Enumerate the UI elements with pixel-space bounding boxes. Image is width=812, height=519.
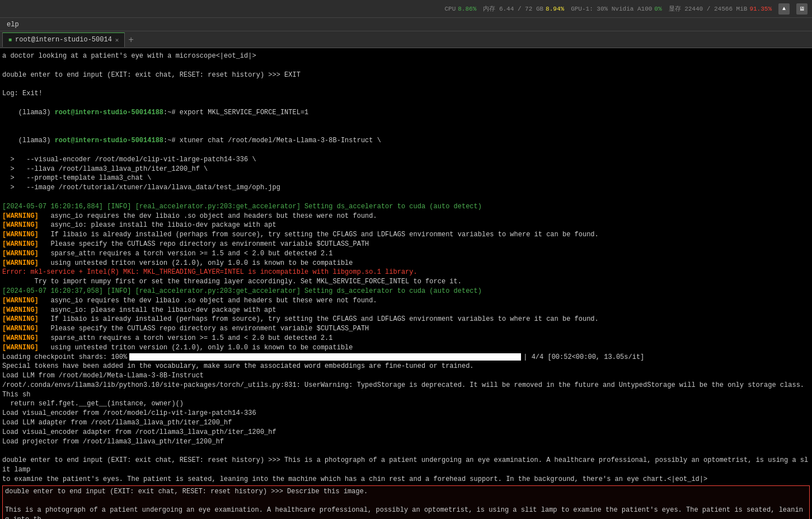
terminal-line-exit: double enter to end input (EXIT: exit ch… <box>2 71 810 80</box>
terminal-warn12: [WARNING] using untested triton version … <box>2 343 810 353</box>
tab-bar: ■ root@intern-studio-50014 ✕ + <box>0 31 812 48</box>
terminal-special-tokens: Special tokens have been added in the vo… <box>2 362 810 371</box>
status-group: CPU 8.86% 内存 6.44 / 72 GB 8.94% GPU-1: 3… <box>444 3 808 15</box>
vram-label: 显存 22440 / 24566 MiB <box>669 4 748 13</box>
terminal-load-visual-adapter: Load visual_encoder adapter from /root/l… <box>2 428 810 437</box>
mem-label: 内存 6.44 / 72 GB <box>483 4 543 13</box>
terminal-response1b: to examine the patient's eyes. The patie… <box>2 475 810 484</box>
tab-label: root@intern-studio-50014 <box>15 36 112 44</box>
vram-status: 显存 22440 / 24566 MiB 91.35% <box>669 4 772 13</box>
terminal-error1: Error: mkl-service + Intel(R) MKL: MKL_T… <box>2 268 810 277</box>
cpu-status: CPU 8.86% <box>444 6 476 12</box>
tab-add-button[interactable]: + <box>125 34 137 46</box>
menu-bar: elp <box>0 18 812 31</box>
terminal-line-log: Log: Exit! <box>2 89 810 99</box>
terminal-line-arg1: > --visual-encoder /root/model/clip-vit-… <box>2 155 810 165</box>
cpu-value: 8.86% <box>458 6 476 12</box>
terminal-line-arg3: > --prompt-template llama3_chat \ <box>2 174 810 183</box>
terminal-torch-warning: /root/.conda/envs/llama3/lib/python3.10/… <box>2 381 810 400</box>
terminal-line-arg2: > --llava /root/llama3_llava_pth/iter_12… <box>2 165 810 174</box>
gpu-status: GPU-1: 30% Nvidia A100 0% <box>571 6 661 12</box>
terminal-warn10: [WARNING] Please specify the CUTLASS rep… <box>2 324 810 334</box>
cpu-label: CPU <box>444 6 456 12</box>
vram-value: 91.35% <box>749 6 772 12</box>
terminal-load-projector: Load projector from /root/llama3_llava_p… <box>2 437 810 447</box>
terminal-area[interactable]: a doctor looking at a patient's eye with… <box>0 48 812 519</box>
terminal-load-visual: Load visual_encoder from /root/model/cli… <box>2 409 810 418</box>
menu-help[interactable]: elp <box>2 20 24 30</box>
terminal-warn6: [WARNING] using untested triton version … <box>2 259 810 268</box>
terminal-line-arg4: > --image /root/tutorial/xtuner/llava/ll… <box>2 183 810 193</box>
terminal-warn8: [WARNING] async_io: please install the l… <box>2 306 810 315</box>
terminal-load-adapter: Load LLM adapter from /root/llama3_llava… <box>2 418 810 428</box>
terminal-describe-prompt: double enter to end input (EXIT: exit ch… <box>5 487 807 497</box>
gpu-label: GPU-1: 30% Nvidia A100 <box>571 6 652 12</box>
terminal-warn9: [WARNING] If libaio is already installed… <box>2 315 810 324</box>
terminal-warn11: [WARNING] sparse_attn requires a torch v… <box>2 334 810 343</box>
terminal-line-blank1 <box>2 61 810 71</box>
terminal-blank5 <box>5 496 807 506</box>
terminal-blank4 <box>2 446 810 456</box>
mem-value: 8.94% <box>546 6 564 12</box>
terminal-warn5: [WARNING] sparse_attn requires a torch v… <box>2 249 810 259</box>
terminal-response1: double enter to end input (EXIT: exit ch… <box>2 456 810 475</box>
terminal-warn1: [WARNING] async_io requires the dev liba… <box>2 212 810 221</box>
tab-icon: ■ <box>8 37 12 43</box>
terminal-warn7: [WARNING] async_io requires the dev liba… <box>2 296 810 306</box>
terminal-blank3 <box>2 193 810 202</box>
terminal-line-blank2 <box>2 80 810 89</box>
terminal-warn4: [WARNING] Please specify the CUTLASS rep… <box>2 240 810 249</box>
terminal-describe-response1: This is a photograph of a patient underg… <box>5 506 807 519</box>
terminal-prompt-2: (llama3) root@intern-studio-50014188:~# … <box>2 127 810 155</box>
terminal-self-fget: return self.fget.__get__(instance, owner… <box>2 399 810 409</box>
terminal-loading: Loading checkpoint shards: 100%| 4/4 [00… <box>2 353 810 362</box>
mem-status: 内存 6.44 / 72 GB 8.94% <box>483 4 564 13</box>
terminal-info1: [2024-05-07 16:20:16,884] [INFO] [real_a… <box>2 202 810 212</box>
terminal-error2: Try to import numpy first or set the thr… <box>2 277 810 287</box>
gpu-value: 0% <box>654 6 661 12</box>
tab-close-button[interactable]: ✕ <box>115 36 119 44</box>
top-status-bar: CPU 8.86% 内存 6.44 / 72 GB 8.94% GPU-1: 3… <box>0 0 812 18</box>
terminal-load-llm: Load LLM from /root/model/Meta-Llama-3-8… <box>2 371 810 381</box>
tab-terminal[interactable]: ■ root@intern-studio-50014 ✕ <box>2 32 125 47</box>
terminal-prompt-1: (llama3) root@intern-studio-50014188:~# … <box>2 99 810 127</box>
monitor-icon[interactable]: 🖥 <box>796 3 808 15</box>
upload-icon[interactable]: ▲ <box>778 3 790 15</box>
terminal-warn2: [WARNING] async_io: please install the l… <box>2 221 810 230</box>
terminal-info2: [2024-05-07 16:20:37,058] [INFO] [real_a… <box>2 287 810 296</box>
highlight-section: double enter to end input (EXIT: exit ch… <box>2 485 810 519</box>
terminal-line-1: a doctor looking at a patient's eye with… <box>2 52 810 61</box>
terminal-warn3: [WARNING] If libaio is already installed… <box>2 230 810 240</box>
